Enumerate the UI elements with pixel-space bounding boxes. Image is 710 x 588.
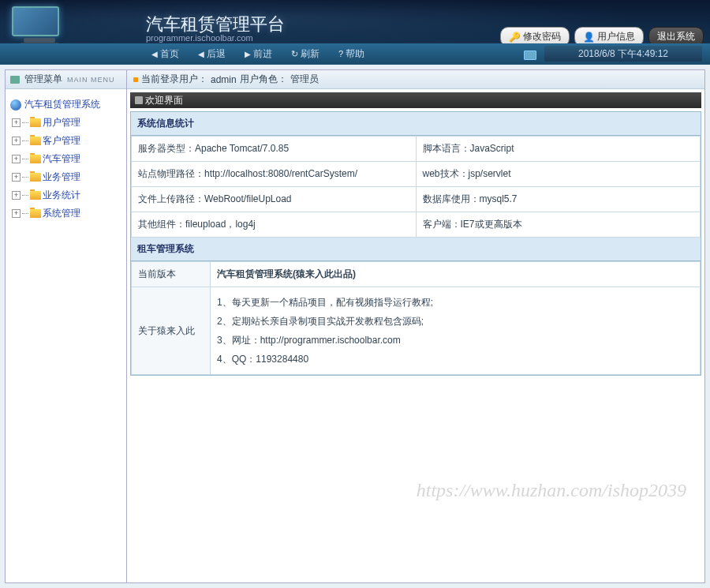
expand-icon[interactable]: + — [12, 137, 21, 145]
tree-node-5[interactable]: +系统管理 — [9, 204, 123, 223]
expand-icon[interactable]: + — [12, 209, 21, 218]
mini-monitor-icon — [524, 51, 536, 60]
about-content: 1、每天更新一个精品项目，配有视频指导运行教程;2、定期站长亲自录制项目实战开发… — [211, 287, 701, 375]
about-label: 关于猿来入此 — [132, 287, 211, 375]
info-cell: 服务器类型：Apache Tomcat/7.0.85 — [132, 137, 417, 162]
rent-sys-table: 当前版本 汽车租赁管理系统(猿来入此出品) 关于猿来入此 1、每天更新一个精品项… — [131, 261, 701, 375]
info-cell: 数据库使用：mysql5.7 — [416, 187, 701, 212]
tree-node-label: 系统管理 — [43, 207, 80, 220]
forward-icon: ▶ — [245, 50, 251, 58]
sidebar-title: 管理菜单 — [24, 73, 62, 86]
home-icon: ◀ — [151, 50, 158, 58]
expand-icon[interactable]: + — [12, 191, 21, 200]
folder-icon — [30, 191, 41, 200]
status-user-prefix: 当前登录用户： — [141, 73, 207, 86]
status-role-prefix: 用户角色： — [240, 73, 287, 86]
folder-icon — [30, 209, 41, 218]
about-line: 3、网址：http://programmer.ischoolbar.com — [217, 331, 693, 350]
sidebar-subtitle: MAIN MENU — [67, 76, 115, 84]
tree-node-label: 用户管理 — [43, 116, 80, 129]
app-subtitle: programmer.ischoolbar.com — [146, 33, 253, 43]
sys-stats-table: 服务器类型：Apache Tomcat/7.0.85脚本语言：JavaScrip… — [131, 136, 701, 238]
info-cell: 客户端：IE7或更高版本 — [416, 212, 701, 238]
info-cell: 脚本语言：JavaScript — [416, 137, 701, 162]
key-icon: 🔑 — [509, 32, 521, 43]
help-icon: ? — [338, 49, 343, 58]
about-line: 2、定期站长亲自录制项目实战开发教程包含源码; — [217, 312, 693, 331]
table-row: 服务器类型：Apache Tomcat/7.0.85脚本语言：JavaScrip… — [132, 137, 701, 162]
tree-node-1[interactable]: +客户管理 — [9, 132, 123, 150]
nav-help[interactable]: ?帮助 — [329, 44, 374, 64]
welcome-title: 欢迎界面 — [145, 94, 183, 107]
tree-node-label: 客户管理 — [43, 134, 80, 148]
folder-icon — [30, 155, 41, 163]
panel-icon — [135, 96, 143, 104]
back-icon: ◀ — [198, 50, 204, 58]
rent-sys-title: 租车管理系统 — [131, 238, 701, 261]
status-bar: 当前登录用户：admin 用户角色：管理员 — [127, 70, 704, 89]
tree-node-0[interactable]: +用户管理 — [9, 114, 123, 132]
tree-node-label: 业务统计 — [43, 189, 80, 202]
table-row: 站点物理路径：http://localhost:8080/rentCarSyst… — [132, 162, 701, 187]
tree-node-label: 业务管理 — [43, 170, 80, 184]
datetime-display: 2018/6/8 下午4:49:12 — [544, 46, 702, 62]
folder-icon — [30, 118, 41, 127]
sidebar-header: 管理菜单 MAIN MENU — [6, 70, 126, 89]
nav-refresh[interactable]: ↻刷新 — [282, 44, 329, 64]
tree-node-4[interactable]: +业务统计 — [9, 186, 123, 204]
tree-node-2[interactable]: +汽车管理 — [9, 150, 123, 168]
content-wrap: 管理菜单 MAIN MENU 汽车租赁管理系统 +用户管理+客户管理+汽车管理+… — [0, 65, 710, 588]
info-cell: 其他组件：fileupload，log4j — [132, 212, 417, 238]
tree-root[interactable]: 汽车租赁管理系统 — [9, 96, 123, 114]
tree-node-3[interactable]: +业务管理 — [9, 168, 123, 186]
app-header: 汽车租赁管理平台 programmer.ischoolbar.com 🔑修改密码… — [0, 0, 710, 65]
status-user: admin — [211, 74, 237, 85]
sidebar: 管理菜单 MAIN MENU 汽车租赁管理系统 +用户管理+客户管理+汽车管理+… — [5, 69, 127, 583]
tree-root-label: 汽车租赁管理系统 — [24, 98, 100, 111]
expand-icon[interactable]: + — [12, 155, 21, 163]
version-label: 当前版本 — [132, 262, 211, 287]
folder-icon — [30, 173, 41, 182]
status-dot-icon — [133, 77, 138, 82]
menu-icon — [10, 76, 20, 84]
info-cell: 文件上传路径：WebRoot/fileUpLoad — [132, 187, 417, 212]
expand-icon[interactable]: + — [12, 118, 21, 127]
sys-stats-title: 系统信息统计 — [131, 112, 701, 136]
nav-back[interactable]: ◀后退 — [189, 44, 235, 64]
nav-home[interactable]: ◀首页 — [142, 44, 189, 64]
about-line: 4、QQ：1193284480 — [217, 350, 693, 369]
table-row: 文件上传路径：WebRoot/fileUpLoad数据库使用：mysql5.7 — [132, 187, 701, 212]
table-row: 当前版本 汽车租赁管理系统(猿来入此出品) — [132, 262, 701, 287]
welcome-bar: 欢迎界面 — [130, 92, 701, 108]
refresh-icon: ↻ — [291, 49, 298, 59]
tree-node-label: 汽车管理 — [43, 152, 80, 166]
content: 管理菜单 MAIN MENU 汽车租赁管理系统 +用户管理+客户管理+汽车管理+… — [5, 69, 705, 583]
info-cell: 站点物理路径：http://localhost:8080/rentCarSyst… — [132, 162, 417, 187]
nav-tree: 汽车租赁管理系统 +用户管理+客户管理+汽车管理+业务管理+业务统计+系统管理 — [6, 89, 126, 229]
about-line: 1、每天更新一个精品项目，配有视频指导运行教程; — [217, 293, 693, 312]
table-row: 其他组件：fileupload，log4j客户端：IE7或更高版本 — [132, 212, 701, 238]
main-area: 当前登录用户：admin 用户角色：管理员 欢迎界面 系统信息统计 服务器类型：… — [127, 69, 705, 583]
folder-icon — [30, 137, 41, 145]
table-row: 关于猿来入此 1、每天更新一个精品项目，配有视频指导运行教程;2、定期站长亲自录… — [132, 287, 701, 375]
nav-forward[interactable]: ▶前进 — [235, 44, 282, 64]
globe-icon — [10, 99, 21, 110]
expand-icon[interactable]: + — [12, 173, 21, 182]
info-cell: web技术：jsp/servlet — [416, 162, 701, 187]
status-role: 管理员 — [290, 73, 319, 86]
user-icon: 👤 — [583, 32, 595, 43]
version-value: 汽车租赁管理系统(猿来入此出品) — [211, 262, 701, 287]
sys-stats-panel: 系统信息统计 服务器类型：Apache Tomcat/7.0.85脚本语言：Ja… — [130, 111, 701, 376]
